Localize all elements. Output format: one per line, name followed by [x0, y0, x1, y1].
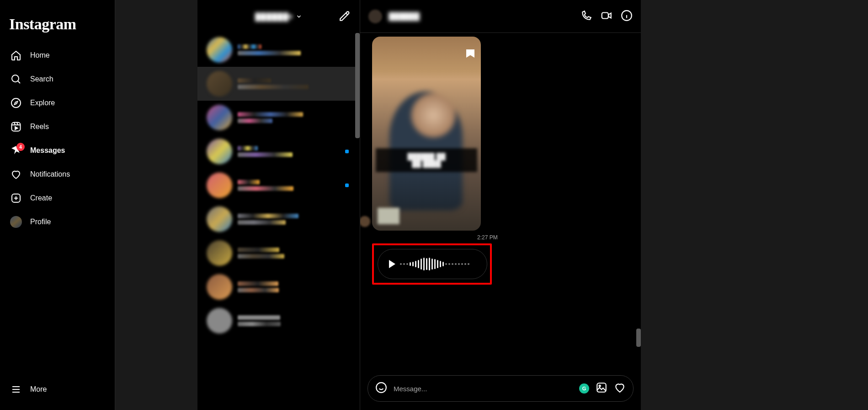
conversation-preview	[238, 152, 293, 157]
conversation-text	[238, 281, 351, 292]
waveform-bar	[442, 262, 444, 266]
conversation-preview	[238, 322, 281, 326]
waveform-bar	[418, 260, 419, 268]
nav-create[interactable]: Create	[5, 187, 109, 210]
conversation-avatar	[207, 173, 232, 198]
conversation-item[interactable]	[197, 168, 360, 202]
nav-more[interactable]: More	[5, 378, 109, 401]
svg-rect-5	[602, 12, 608, 18]
conversation-preview	[238, 119, 272, 123]
waveform-bar	[437, 260, 438, 268]
shared-post[interactable]: ██████ ██ ██ ████	[372, 37, 481, 231]
waveform-bar	[468, 263, 469, 265]
dm-container: ██████▾ ██████	[197, 0, 641, 410]
conversation-name	[238, 78, 271, 83]
chat-peer-name[interactable]: ██████	[389, 12, 574, 21]
messages-icon: 4	[10, 145, 22, 156]
waveform-bar	[440, 261, 441, 267]
svg-rect-4	[340, 11, 349, 21]
conversation-avatar	[207, 105, 232, 130]
scrollbar-thumb[interactable]	[355, 33, 360, 138]
nav-profile[interactable]: Profile	[5, 210, 109, 233]
conversation-name	[238, 281, 278, 286]
play-icon[interactable]	[389, 260, 395, 268]
voice-message-highlight	[372, 243, 492, 285]
account-username: ██████▾	[255, 12, 293, 21]
conversation-item[interactable]	[197, 67, 360, 101]
audio-call-button[interactable]	[580, 10, 592, 23]
conversation-text	[238, 44, 351, 55]
chat-body[interactable]: ██████ ██ ██ ████ 2:27 PM	[360, 33, 641, 369]
message-input[interactable]	[394, 385, 573, 393]
chat-peer-avatar[interactable]	[368, 10, 382, 23]
emoji-button[interactable]	[375, 382, 387, 395]
hamburger-icon	[10, 383, 22, 395]
nav-search[interactable]: Search	[5, 68, 109, 91]
conversation-preview	[238, 220, 286, 225]
conversation-item[interactable]	[197, 202, 360, 236]
nav-reels[interactable]: Reels	[5, 115, 109, 138]
instagram-logo[interactable]: Instagram	[9, 16, 106, 33]
bookmark-icon	[466, 49, 474, 58]
conversation-text	[238, 180, 351, 191]
svg-point-9	[599, 385, 601, 387]
heart-icon	[10, 168, 22, 180]
waveform-bar	[434, 259, 436, 269]
nav-reels-label: Reels	[30, 123, 49, 131]
nav-profile-label: Profile	[30, 218, 51, 226]
conversation-name	[238, 315, 280, 320]
conversation-item[interactable]	[197, 135, 360, 168]
waveform-bar	[415, 261, 416, 267]
conversation-scroll[interactable]	[197, 33, 360, 410]
voice-message[interactable]	[378, 249, 487, 279]
waveform-bar	[458, 263, 460, 265]
conversation-avatar	[207, 308, 232, 334]
like-heart-button[interactable]	[614, 382, 626, 395]
waveform[interactable]	[400, 257, 469, 271]
nav-explore[interactable]: Explore	[5, 92, 109, 114]
svg-point-7	[376, 383, 386, 393]
nav-notifications[interactable]: Notifications	[5, 163, 109, 186]
conversation-text	[238, 248, 351, 259]
nav-home[interactable]: Home	[5, 44, 109, 67]
nav-search-label: Search	[30, 75, 53, 83]
waveform-bar	[410, 262, 411, 266]
conversation-text	[238, 112, 351, 123]
unread-dot	[345, 150, 349, 153]
search-icon	[10, 73, 22, 85]
chevron-down-icon	[296, 13, 302, 20]
conversation-list: ██████▾	[197, 0, 360, 410]
conversation-item[interactable]	[197, 304, 360, 338]
conversation-avatar	[207, 37, 232, 63]
conversation-item[interactable]	[197, 236, 360, 270]
conversation-avatar	[207, 206, 232, 232]
unread-dot	[345, 183, 349, 187]
nav-notifications-label: Notifications	[30, 170, 70, 178]
chat-scrollbar-thumb[interactable]	[636, 329, 641, 347]
conversation-text	[238, 214, 351, 225]
compose-new-message-button[interactable]	[339, 10, 351, 24]
nav-messages[interactable]: 4 Messages	[5, 139, 109, 162]
conversation-name	[238, 214, 298, 218]
conversation-preview	[238, 85, 309, 89]
conversation-item[interactable]	[197, 270, 360, 304]
layout-gap-right	[641, 0, 868, 410]
waveform-bar	[423, 258, 425, 270]
svg-point-1	[11, 98, 21, 108]
post-caption-line1: ██████ ██	[379, 153, 474, 160]
conversation-text	[238, 315, 351, 326]
attach-image-button[interactable]	[596, 382, 607, 395]
waveform-bar	[461, 263, 463, 265]
conversation-info-button[interactable]	[621, 10, 633, 23]
waveform-bar	[403, 263, 405, 265]
conversation-item[interactable]	[197, 33, 360, 67]
compass-icon	[10, 97, 22, 109]
grammarly-icon[interactable]: G	[579, 383, 589, 394]
conversation-avatar	[207, 240, 232, 266]
account-switcher[interactable]: ██████▾	[255, 12, 302, 21]
nav-explore-label: Explore	[30, 99, 55, 107]
conversation-item[interactable]	[197, 101, 360, 135]
video-call-button[interactable]	[601, 10, 612, 23]
waveform-bar	[412, 262, 414, 266]
waveform-bar	[464, 263, 466, 265]
